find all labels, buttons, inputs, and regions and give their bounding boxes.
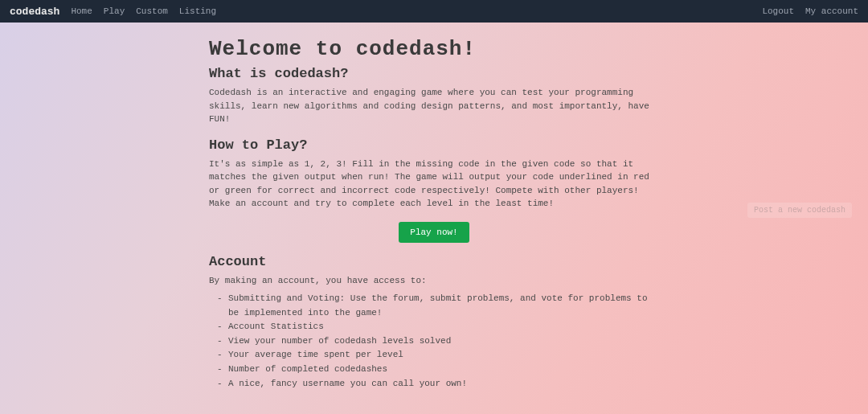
list-item: Your average time spent per level bbox=[220, 348, 659, 363]
body-how-to-play: It's as simple as 1, 2, 3! Fill in the m… bbox=[209, 158, 659, 211]
section-how-to-play: How to Play? It's as simple as 1, 2, 3! … bbox=[209, 137, 659, 211]
section-what-is: What is codedash? Codedash is an interac… bbox=[209, 66, 659, 126]
nav-home[interactable]: Home bbox=[71, 6, 92, 16]
heading-what-is: What is codedash? bbox=[209, 66, 659, 81]
list-item: Number of completed codedashes bbox=[220, 363, 659, 377]
main-content: Welcome to codedash! What is codedash? C… bbox=[201, 23, 667, 414]
list-item: View your number of codedash levels solv… bbox=[220, 334, 659, 349]
navbar: codedash Home Play Custom Listing Logout… bbox=[0, 0, 868, 23]
list-item: A nice, fancy username you can call your… bbox=[220, 377, 659, 391]
body-what-is: Codedash is an interactive and engaging … bbox=[209, 86, 659, 126]
account-benefits-list: Submitting and Voting: Use the forum, su… bbox=[209, 292, 659, 391]
play-button-wrapper: Play now! Post a new codedash bbox=[209, 222, 659, 243]
nav-logout[interactable]: Logout bbox=[762, 6, 794, 16]
nav-play[interactable]: Play bbox=[104, 6, 125, 16]
nav-my-account[interactable]: My account bbox=[805, 6, 858, 16]
brand-logo[interactable]: codedash bbox=[10, 6, 59, 18]
intro-account: By making an account, you have access to… bbox=[209, 274, 659, 288]
nav-custom[interactable]: Custom bbox=[136, 6, 168, 16]
nav-right: Logout My account bbox=[762, 6, 858, 16]
heading-how-to-play: How to Play? bbox=[209, 137, 659, 153]
nav-left: codedash Home Play Custom Listing bbox=[10, 6, 216, 18]
play-now-button[interactable]: Play now! bbox=[399, 222, 469, 243]
list-item: Account Statistics bbox=[220, 320, 659, 334]
nav-listing[interactable]: Listing bbox=[179, 6, 216, 16]
section-account: Account By making an account, you have a… bbox=[209, 254, 659, 391]
page-title: Welcome to codedash! bbox=[209, 37, 659, 61]
post-codedash-button[interactable]: Post a new codedash bbox=[747, 203, 852, 218]
list-item: Submitting and Voting: Use the forum, su… bbox=[220, 292, 659, 320]
heading-account: Account bbox=[209, 254, 659, 269]
